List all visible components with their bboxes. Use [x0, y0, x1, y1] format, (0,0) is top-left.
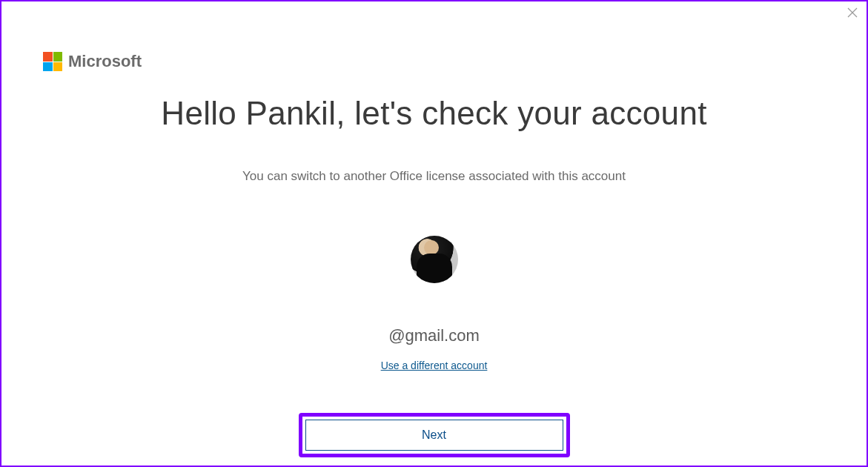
close-button[interactable]	[846, 6, 859, 19]
subtitle-text: You can switch to another Office license…	[1, 169, 867, 184]
avatar	[411, 236, 458, 283]
account-email: @gmail.com	[1, 326, 867, 345]
microsoft-logo-icon	[43, 52, 62, 71]
close-icon	[847, 7, 858, 18]
brand-text: Microsoft	[68, 52, 142, 71]
next-button-highlight: Next	[299, 413, 570, 457]
page-title: Hello Pankil, let's check your account	[1, 95, 867, 132]
next-button[interactable]: Next	[305, 420, 563, 451]
use-different-account-link[interactable]: Use a different account	[381, 360, 488, 371]
brand-header: Microsoft	[43, 52, 142, 71]
